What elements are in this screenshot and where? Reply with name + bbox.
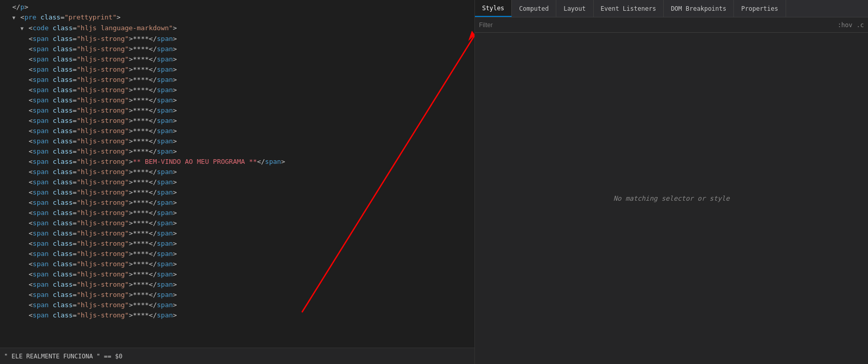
dom-line[interactable]: <span class="hljs-strong">****</span> xyxy=(0,280,474,290)
filter-input[interactable] xyxy=(479,22,834,29)
dom-line[interactable]: <span class="hljs-strong">****</span> xyxy=(0,228,474,239)
dom-content[interactable]: </p>▼ <pre class="prettyprint">▼ <code c… xyxy=(0,0,474,348)
dom-line[interactable]: <span class="hljs-strong">****</span> xyxy=(0,146,474,157)
tab-dom-breakpoints[interactable]: DOM Breakpoints xyxy=(664,0,734,17)
tab-layout[interactable]: Layout xyxy=(556,0,593,17)
dom-line[interactable]: <span class="hljs-strong">****</span> xyxy=(0,187,474,198)
tab-styles[interactable]: Styles xyxy=(475,0,512,17)
styles-content: No matching selector or style xyxy=(475,33,868,364)
dom-line[interactable]: <span class="hljs-strong">****</span> xyxy=(0,75,474,85)
dom-line[interactable]: <span class="hljs-strong">****</span> xyxy=(0,310,474,320)
styles-panel: StylesComputedLayoutEvent ListenersDOM B… xyxy=(475,0,868,364)
dom-line[interactable]: <span class="hljs-strong">****</span> xyxy=(0,54,474,65)
tab-event-listeners[interactable]: Event Listeners xyxy=(594,0,664,17)
dom-line[interactable]: <span class="hljs-strong">****</span> xyxy=(0,44,474,54)
dom-line[interactable]: <span class="hljs-strong">****</span> xyxy=(0,136,474,146)
dom-line[interactable]: <span class="hljs-strong">****</span> xyxy=(0,95,474,105)
status-text: " ELE REALMENTE FUNCIONA " == $0 xyxy=(4,353,122,360)
dom-line[interactable]: <span class="hljs-strong">****</span> xyxy=(0,269,474,280)
dom-line[interactable]: <span class="hljs-strong">****</span> xyxy=(0,177,474,187)
dom-line[interactable]: <span class="hljs-strong">****</span> xyxy=(0,239,474,249)
dom-line[interactable]: <span class="hljs-strong">****</span> xyxy=(0,34,474,44)
status-bar: " ELE REALMENTE FUNCIONA " == $0 xyxy=(0,348,474,364)
dom-line[interactable]: <span class="hljs-strong">****</span> xyxy=(0,290,474,300)
tab-properties[interactable]: Properties xyxy=(734,0,786,17)
dom-line[interactable]: </p> xyxy=(0,2,474,12)
dom-line[interactable]: ▼ <code class="hljs language-markdown"> xyxy=(0,23,474,34)
filter-hov-option[interactable]: :hov xyxy=(838,22,853,29)
dom-line[interactable]: <span class="hljs-strong">****</span> xyxy=(0,126,474,136)
tabs-bar: StylesComputedLayoutEvent ListenersDOM B… xyxy=(475,0,868,17)
dom-line[interactable]: <span class="hljs-strong">****</span> xyxy=(0,85,474,95)
tab-computed[interactable]: Computed xyxy=(512,0,556,17)
dom-line[interactable]: <span class="hljs-strong">****</span> xyxy=(0,65,474,75)
dom-line[interactable]: <span class="hljs-strong">****</span> xyxy=(0,259,474,269)
dom-line[interactable]: <span class="hljs-strong">****</span> xyxy=(0,167,474,177)
dom-line[interactable]: <span class="hljs-strong">****</span> xyxy=(0,198,474,208)
dom-tree-panel: </p>▼ <pre class="prettyprint">▼ <code c… xyxy=(0,0,475,364)
dom-line[interactable]: <span class="hljs-strong">****</span> xyxy=(0,208,474,218)
filter-cls-option[interactable]: .c xyxy=(857,22,864,29)
no-match-message: No matching selector or style xyxy=(614,195,730,202)
dom-line[interactable]: <span class="hljs-strong">****</span> xyxy=(0,218,474,228)
dom-line[interactable]: <span class="hljs-strong">****</span> xyxy=(0,300,474,310)
dom-line[interactable]: <span class="hljs-strong">****</span> xyxy=(0,105,474,116)
dom-line[interactable]: <span class="hljs-strong">****</span> xyxy=(0,249,474,259)
filter-bar: :hov .c xyxy=(475,17,868,33)
dom-line[interactable]: <span class="hljs-strong">** BEM-VINDO A… xyxy=(0,157,474,167)
dom-line[interactable]: ▼ <pre class="prettyprint"> xyxy=(0,12,474,23)
dom-line[interactable]: <span class="hljs-strong">****</span> xyxy=(0,116,474,126)
